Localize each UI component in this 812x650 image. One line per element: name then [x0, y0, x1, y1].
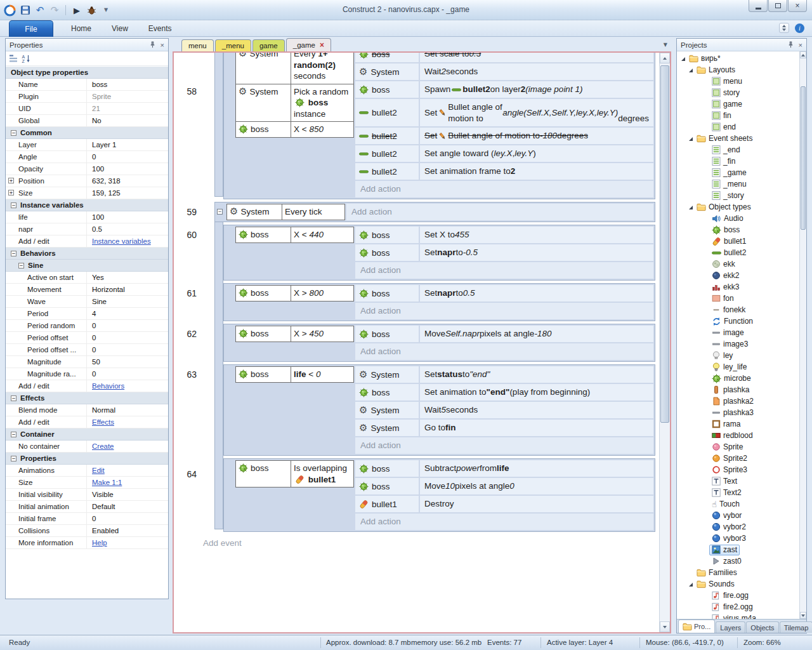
condition-text[interactable]: X > 800 [291, 286, 353, 301]
add-action-link[interactable]: Add action [355, 262, 653, 279]
panel-tab-layers[interactable]: Layers [716, 621, 745, 633]
tree-item-touch[interactable]: ☝Touch [677, 498, 799, 510]
action-row[interactable]: bullet2Set Bullet angle of motion to -18… [355, 128, 653, 144]
tree-item-redblood[interactable]: redblood [677, 430, 799, 441]
maximize-button[interactable] [768, 0, 787, 12]
about-info-icon[interactable]: i [795, 23, 804, 33]
tree-item-story[interactable]: story [677, 87, 799, 98]
tree-item-ekk[interactable]: ekk [677, 258, 799, 270]
alphabetical-sort-icon[interactable]: AZ [22, 54, 30, 63]
action-row[interactable]: bullet2Set Bullet angle of motion to ang… [355, 99, 653, 126]
scrollbar-thumb[interactable] [660, 65, 669, 423]
sheet-tab-menu[interactable]: _menu [215, 39, 251, 51]
tab-home[interactable]: Home [61, 20, 102, 36]
tree-item-fin[interactable]: _fin [677, 156, 799, 167]
tree-item-zast0[interactable]: zast0 [677, 555, 799, 567]
panel-tab-projects[interactable]: Pro... [678, 620, 715, 633]
tree-item-image[interactable]: image [677, 327, 799, 338]
tree-item-vybor3[interactable]: vybor3 [677, 533, 799, 544]
action-row[interactable]: bossSubtract power from life [355, 460, 653, 477]
property-link-instance-variables[interactable]: Instance variables [92, 237, 151, 245]
action-row[interactable]: bossSet animation to "end" (play from be… [355, 384, 653, 401]
scroll-down-icon[interactable] [660, 621, 670, 632]
tree-item-image3[interactable]: image3 [677, 338, 799, 350]
condition-object[interactable]: ⚙System [227, 204, 282, 220]
tree-item-fire-ogg[interactable]: fire.ogg [677, 590, 799, 601]
tree-item-microbe[interactable]: microbe [677, 373, 799, 384]
close-button[interactable]: × [788, 0, 807, 12]
tree-item-ekk2[interactable]: ekk2 [677, 270, 799, 281]
tree-item-boss[interactable]: boss [677, 224, 799, 235]
tree-item-sounds[interactable]: Sounds [677, 578, 799, 590]
condition-object[interactable]: ⚙System [236, 53, 291, 84]
property-value[interactable]: Visible [87, 489, 168, 500]
tab-events[interactable]: Events [138, 20, 182, 36]
expand-arrow-icon[interactable] [687, 67, 693, 73]
run-button[interactable]: ▶ [72, 4, 82, 17]
categorized-view-icon[interactable] [9, 54, 18, 63]
property-value[interactable]: 0 [87, 344, 168, 355]
tab-view[interactable]: View [102, 20, 138, 36]
tree-item-function[interactable]: Function [677, 315, 799, 327]
add-action-link[interactable]: Add action [355, 181, 653, 197]
scroll-up-icon[interactable] [660, 53, 670, 63]
tree-item-vybor[interactable]: vybor [677, 510, 799, 521]
property-value[interactable]: No [87, 115, 168, 126]
expand-arrow-icon[interactable] [679, 55, 686, 62]
tree-item-text[interactable]: Text [677, 475, 799, 487]
sheet-tab-menu[interactable]: menu [181, 39, 214, 51]
action-row[interactable]: ⚙SystemGo to fin [355, 420, 653, 436]
action-row[interactable]: bossSet scale to 0.3 [355, 53, 653, 62]
tree-item-zast[interactable]: zast [677, 544, 799, 555]
property-link-behaviors[interactable]: Behaviors [92, 382, 124, 390]
tree-item-fin[interactable]: fin [677, 110, 799, 121]
condition-text[interactable]: Every 1+ random(2) seconds [291, 53, 353, 84]
tree-item-bullet2[interactable]: bullet2 [677, 247, 799, 258]
property-link-create[interactable]: Create [92, 442, 114, 450]
tree-item-fon[interactable]: fon [677, 293, 799, 304]
collapse-toggle-icon[interactable]: − [11, 251, 16, 256]
event-sheet[interactable]: 58⚙SystemEvery 1+ random(2) seconds⚙Syst… [174, 53, 659, 632]
tree-item-audio[interactable]: Audio [677, 213, 799, 224]
condition-object[interactable]: boss [236, 326, 291, 342]
debug-button[interactable] [86, 4, 96, 17]
property-value[interactable]: 100 [87, 211, 168, 223]
action-row[interactable]: bossMove 10 pixels at angle 0 [355, 478, 653, 494]
expand-arrow-icon[interactable] [687, 135, 693, 142]
collapse-toggle-icon[interactable]: − [11, 130, 16, 136]
property-value[interactable]: 4 [87, 308, 168, 319]
tree-item-end[interactable]: end [677, 121, 799, 133]
condition-text[interactable]: Pick a random boss instance [291, 84, 353, 122]
action-row[interactable]: ⚙SystemWait 5 seconds [355, 402, 653, 418]
tree-item-layouts[interactable]: Layouts [677, 64, 799, 76]
property-value[interactable]: Default [87, 501, 168, 512]
tree-item-end[interactable]: _end [677, 144, 799, 156]
action-row[interactable]: bossSet X to 455 [355, 227, 653, 243]
scrollbar-track[interactable] [800, 58, 806, 612]
property-value[interactable]: 0 [87, 332, 168, 343]
property-link-effects[interactable]: Effects [92, 418, 114, 426]
add-action-link[interactable]: Add action [355, 437, 653, 454]
condition-text[interactable]: Every tick [282, 204, 344, 220]
tree-item-ley-life[interactable]: ley_life [677, 361, 799, 373]
property-value[interactable]: 100 [87, 163, 168, 175]
property-value[interactable]: Sine [87, 296, 168, 307]
tree-item-fonekk[interactable]: fonekk [677, 304, 799, 315]
property-value[interactable]: 0 [87, 151, 168, 162]
condition-object[interactable]: boss [236, 461, 291, 487]
expand-toggle-icon[interactable]: + [8, 190, 14, 196]
property-value[interactable]: Horizontal [87, 284, 168, 295]
condition-object[interactable]: ⚙System [236, 84, 291, 122]
tree-item-vybor2[interactable]: vybor2 [677, 521, 799, 533]
collapse-toggle-icon[interactable]: − [11, 432, 16, 437]
redo-button[interactable]: ↷ [49, 4, 60, 17]
tree-item-sprite2[interactable]: Sprite2 [677, 453, 799, 464]
pin-icon[interactable] [787, 41, 794, 48]
close-panel-icon[interactable]: × [160, 41, 164, 49]
add-action-link[interactable]: Add action [355, 343, 653, 360]
collapse-toggle-icon[interactable]: − [11, 456, 16, 461]
condition-text[interactable]: X < 440 [291, 227, 353, 242]
tree-item-text2[interactable]: Text2 [677, 487, 799, 498]
tree-item-plashka[interactable]: plashka [677, 384, 799, 395]
property-value[interactable]: Normal [87, 404, 168, 416]
